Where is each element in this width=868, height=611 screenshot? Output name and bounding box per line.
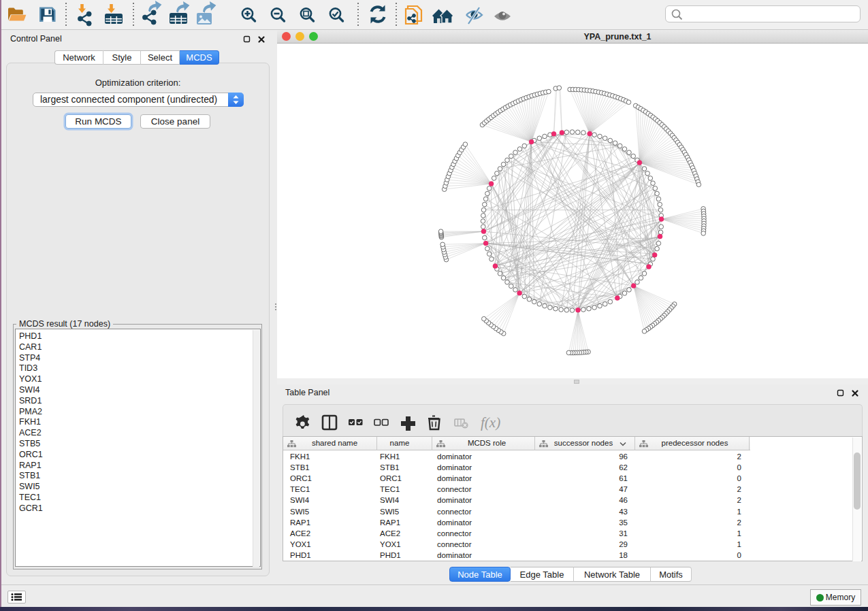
svg-text:f(x): f(x)	[481, 414, 500, 431]
